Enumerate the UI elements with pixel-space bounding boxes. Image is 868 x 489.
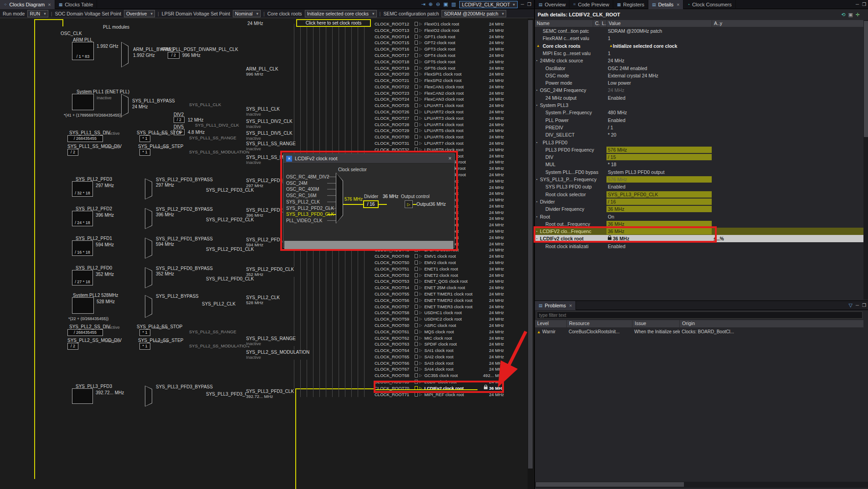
detail-value[interactable]: 36 MHz bbox=[606, 235, 712, 242]
run-mode-select[interactable]: RUN▾ bbox=[27, 10, 48, 17]
detail-row[interactable]: SEMC conf...tion patcSDRAM @200MHz patch bbox=[535, 27, 863, 35]
detail-row[interactable]: Root clock initializatiEnabled bbox=[535, 243, 863, 250]
mux-input-SYS_PLL2_PFD2_CLK[interactable]: SYS_PLL2_PFD2_CLK bbox=[286, 206, 334, 211]
clock-root-row-CLOCK_ROOT61[interactable]: CLOCK_ROOT61▷MQS clock root24 MHz bbox=[375, 329, 504, 335]
dialog-title-bar[interactable]: ✕ LCDIFv2 clock root × bbox=[283, 154, 454, 163]
clock-root-row-CLOCK_ROOT19[interactable]: CLOCK_ROOT19▷GPT6 clock root24 MHz bbox=[375, 65, 504, 71]
detail-value[interactable]: Enabled bbox=[606, 117, 712, 123]
minimize-problems-icon[interactable]: ─ bbox=[856, 303, 859, 308]
detail-row[interactable]: ▪PLL3 PFD0 bbox=[535, 139, 863, 146]
detail-value[interactable]: External crystal 24 MHz bbox=[606, 72, 712, 79]
detail-value[interactable]: 36 MHz bbox=[606, 221, 712, 227]
dialog-close-icon[interactable]: × bbox=[448, 155, 452, 162]
column-issue[interactable]: Issue bbox=[632, 320, 680, 327]
detail-row[interactable]: ▪LCDIFV2 clo...Frequenc36 MHz bbox=[535, 228, 863, 235]
clock-root-row-CLOCK_ROOT56[interactable]: CLOCK_ROOT56▷ENET TIMER2 clock root24 MH… bbox=[375, 297, 504, 303]
divider-value-box[interactable]: / 16 bbox=[363, 200, 379, 208]
mux-input-SYS_PLL2_CLK[interactable]: SYS_PLL2_CLK bbox=[286, 199, 320, 204]
clock-root-row-CLOCK_ROOT54[interactable]: CLOCK_ROOT54▷ENET 25M clock root24 MHz bbox=[375, 285, 504, 290]
detail-row[interactable]: Root clock selectorSYS_PLL3_PFD0_CLK bbox=[535, 191, 863, 198]
clock-root-row-CLOCK_ROOT62[interactable]: CLOCK_ROOT62▷MIC clock root24 MHz bbox=[375, 335, 504, 341]
set-clock-roots-button[interactable]: Click here to set clock roots bbox=[296, 19, 371, 27]
diagram-vertical-scrollbar[interactable] bbox=[528, 18, 534, 489]
detail-value[interactable]: 36 MHz bbox=[606, 206, 712, 212]
detail-row[interactable]: System PLL...FD0 bypasSystem PLL3 PFD0 o… bbox=[535, 168, 863, 176]
detail-row[interactable]: Divider Frequency36 MHz bbox=[535, 205, 863, 213]
clock-root-row-CLOCK_ROOT27[interactable]: CLOCK_ROOT27▷LPUART3 clock root24 MHz bbox=[375, 115, 504, 121]
clock-root-row-CLOCK_ROOT13[interactable]: CLOCK_ROOT13▷FlexIO2 clock root24 MHz bbox=[375, 27, 504, 33]
detail-row[interactable]: System P...Frequency480 MHz bbox=[535, 109, 863, 116]
detail-value[interactable]: 576 MHz bbox=[606, 147, 712, 153]
clock-root-row-CLOCK_ROOT60[interactable]: CLOCK_ROOT60▷ASRC clock root24 MHz bbox=[375, 322, 504, 328]
clock-root-row-CLOCK_ROOT31[interactable]: CLOCK_ROOT31▷LPUART7 clock root24 MHz bbox=[375, 140, 504, 146]
detail-value[interactable]: Enabled bbox=[606, 95, 712, 101]
scrollbar-thumb[interactable] bbox=[528, 20, 533, 469]
clock-root-row-CLOCK_ROOT70[interactable]: CLOCK_ROOT70▷LCDIFv2 clock root36 MHz bbox=[375, 385, 504, 391]
mux-input-OSC_RC_48M_DIV2[interactable]: OSC_RC_48M_DIV2 bbox=[286, 174, 329, 179]
clock-root-row-CLOCK_ROOT57[interactable]: CLOCK_ROOT57▷ENET TIMER3 clock root24 MH… bbox=[375, 304, 504, 310]
detail-value[interactable] bbox=[606, 102, 712, 108]
clock-root-row-CLOCK_ROOT51[interactable]: CLOCK_ROOT51▷ENET1 clock root24 MHz bbox=[375, 266, 504, 272]
close-tab-icon[interactable]: × bbox=[48, 2, 51, 7]
detail-row[interactable]: OscillatorOSC 24M enabled bbox=[535, 65, 863, 72]
detail-row[interactable]: ▪LCDIFv2 clock root36 MHz±...% bbox=[535, 235, 863, 242]
detail-value[interactable]: On bbox=[606, 214, 712, 220]
detail-value[interactable]: SDRAM @200MHz patch bbox=[606, 28, 712, 34]
clock-root-row-CLOCK_ROOT53[interactable]: CLOCK_ROOT53▷ENET_QOS clock root24 MHz bbox=[375, 278, 504, 284]
mux-input-OSC_RC_400M[interactable]: OSC_RC_400M bbox=[286, 187, 319, 192]
column-resource[interactable]: Resource bbox=[567, 320, 632, 327]
minimize-view-icon[interactable]: ─ bbox=[521, 2, 524, 7]
clock-root-row-CLOCK_ROOT67[interactable]: CLOCK_ROOT67▷SAI4 clock root24 MHz bbox=[375, 366, 504, 372]
detail-value[interactable]: / 16 bbox=[606, 199, 712, 205]
detail-value[interactable]: * 18 bbox=[606, 161, 712, 168]
detail-value[interactable]: 36 MHz bbox=[606, 228, 712, 234]
maximize-problems-icon[interactable]: ❐ bbox=[862, 303, 866, 308]
column-origin[interactable]: Origin bbox=[680, 320, 863, 327]
clock-root-row-CLOCK_ROOT64[interactable]: CLOCK_ROOT64▷SAI1 clock root24 MHz bbox=[375, 347, 504, 353]
detail-value[interactable]: / 15 bbox=[606, 154, 712, 160]
clock-root-row-CLOCK_ROOT52[interactable]: CLOCK_ROOT52▷ENET2 clock root24 MHz bbox=[375, 272, 504, 278]
clock-root-row-CLOCK_ROOT21[interactable]: CLOCK_ROOT21▷FlexSPI2 clock root24 MHz bbox=[375, 77, 504, 83]
tab-clocks-table[interactable]: ▦ Clocks Table bbox=[55, 0, 98, 9]
clock-root-row-CLOCK_ROOT65[interactable]: CLOCK_ROOT65▷SAI2 clock root24 MHz bbox=[375, 354, 504, 360]
detail-value[interactable]: 576 MHz bbox=[606, 176, 712, 183]
clock-root-row-CLOCK_ROOT29[interactable]: CLOCK_ROOT29▷LPUART5 clock root24 MHz bbox=[375, 127, 504, 133]
detail-row[interactable]: SYS PLL3 PFD0 outpEnabled bbox=[535, 183, 863, 190]
clock-root-row-CLOCK_ROOT49[interactable]: CLOCK_ROOT49▷EMV1 clock root24 MHz bbox=[375, 253, 504, 259]
detail-value[interactable]: Enabled bbox=[606, 183, 712, 190]
zoom-in-icon[interactable]: ⊕ bbox=[429, 1, 433, 7]
detail-row[interactable]: DIV/ 15 bbox=[535, 153, 863, 161]
semc-patch-select[interactable]: SDRAM @200MHz patch▾ bbox=[442, 10, 506, 17]
detail-row[interactable]: ▪OSC_24M Frequency24 MHz bbox=[535, 87, 863, 94]
clock-selector-mux[interactable] bbox=[336, 173, 343, 224]
detail-value[interactable]: 24 MHz bbox=[606, 57, 712, 64]
mux-input-OSC_24M[interactable]: OSC_24M bbox=[286, 181, 308, 186]
clock-root-row-CLOCK_ROOT22[interactable]: CLOCK_ROOT22▷FlexCAN1 clock root24 MHz bbox=[375, 84, 504, 90]
clock-root-row-CLOCK_ROOT18[interactable]: CLOCK_ROOT18▷GPT5 clock root24 MHz bbox=[375, 59, 504, 65]
detail-value[interactable]: OSC 24M enabled bbox=[606, 65, 712, 71]
detail-row[interactable]: ▪24MHz clock source24 MHz bbox=[535, 57, 863, 64]
detail-value[interactable]: Enabled bbox=[606, 243, 712, 250]
detail-value[interactable] bbox=[606, 139, 712, 146]
scrollbar-thumb[interactable] bbox=[864, 21, 868, 137]
clock-root-row-CLOCK_ROOT28[interactable]: CLOCK_ROOT28▷LPUART4 clock root24 MHz bbox=[375, 122, 504, 127]
detail-row[interactable]: 24 MHz outputEnabled bbox=[535, 94, 863, 102]
clock-root-row-CLOCK_ROOT16[interactable]: CLOCK_ROOT16▷GPT3 clock root24 MHz bbox=[375, 46, 504, 52]
mux-input-SYS_PLL3_PFD0_CLK[interactable]: SYS_PLL3_PFD0_CLK bbox=[286, 212, 334, 217]
maximize-view-icon[interactable]: ❐ bbox=[527, 2, 531, 7]
zoom-fit-icon[interactable]: ▣ bbox=[443, 1, 448, 7]
detail-value[interactable]: * 20 bbox=[606, 132, 712, 138]
clock-root-row-CLOCK_ROOT15[interactable]: CLOCK_ROOT15▷GPT2 clock root24 MHz bbox=[375, 40, 504, 46]
detail-row[interactable]: MIPI Esc g...reset valu1 bbox=[535, 50, 863, 57]
output-gate[interactable]: ▷ bbox=[405, 200, 413, 208]
detail-row[interactable]: ▪System PLL3 bbox=[535, 102, 863, 109]
clock-root-row-CLOCK_ROOT23[interactable]: CLOCK_ROOT23▷FlexCAN2 clock root24 MHz bbox=[375, 90, 504, 96]
clock-root-row-CLOCK_ROOT59[interactable]: CLOCK_ROOT59▷USDHC2 clock root24 MHz bbox=[375, 316, 504, 322]
detail-row[interactable]: ▪Divider/ 16 bbox=[535, 198, 863, 205]
detail-row[interactable]: MUL* 18 bbox=[535, 161, 863, 168]
detail-row[interactable]: FlexRAM c...eset valu1 bbox=[535, 35, 863, 42]
filter-icon[interactable]: ▽ bbox=[848, 302, 852, 308]
clock-root-row-CLOCK_ROOT58[interactable]: CLOCK_ROOT58▷USDHC1 clock root24 MHz bbox=[375, 310, 504, 316]
detail-row[interactable]: Power modeLow power bbox=[535, 79, 863, 87]
detail-row[interactable]: Root out...Frequency36 MHz bbox=[535, 220, 863, 228]
